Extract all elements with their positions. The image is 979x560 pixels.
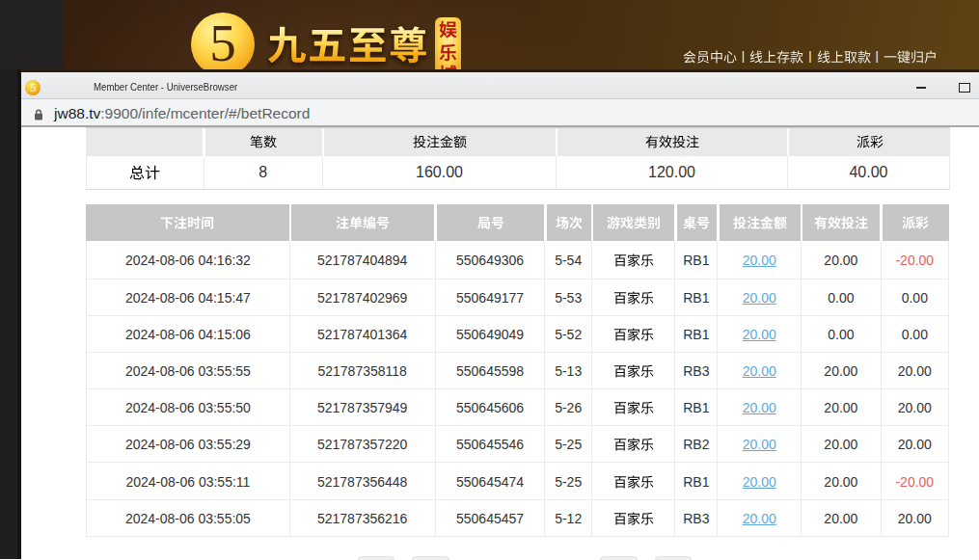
- svg-text:5: 5: [30, 80, 37, 94]
